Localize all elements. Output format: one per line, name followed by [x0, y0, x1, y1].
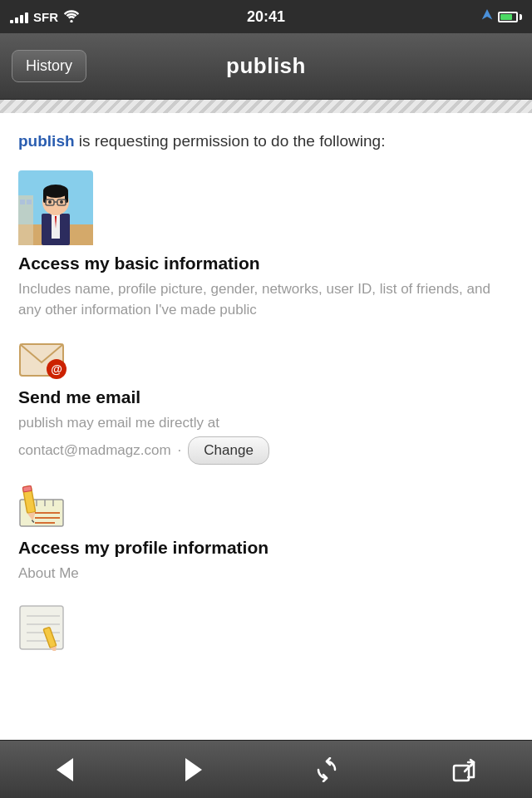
- intro-text: is requesting permission to do the follo…: [75, 132, 386, 150]
- permission-intro: publish is requesting permission to do t…: [18, 130, 514, 154]
- envelope-icon: @: [18, 341, 68, 381]
- permission-extra: [18, 604, 514, 651]
- svg-point-0: [70, 20, 72, 22]
- permission-send-email: @ Send me email publish may email me dir…: [18, 341, 514, 466]
- svg-rect-29: [22, 485, 32, 492]
- refresh-icon: [314, 757, 339, 782]
- email-row: contact@madmagz.com · Change: [18, 436, 514, 465]
- back-icon: [57, 758, 73, 781]
- send-email-desc: publish may email me directly at: [18, 412, 514, 434]
- signal-bar-1: [10, 20, 13, 23]
- forward-button[interactable]: [169, 750, 219, 790]
- svg-point-14: [60, 200, 63, 204]
- status-right: [481, 9, 522, 25]
- svg-point-13: [48, 200, 52, 204]
- app-name: publish: [18, 132, 75, 150]
- svg-rect-33: [20, 606, 63, 649]
- basic-info-title: Access my basic information: [18, 254, 514, 273]
- forward-icon: [185, 758, 202, 781]
- svg-text:@: @: [51, 362, 62, 376]
- share-button[interactable]: [435, 749, 493, 791]
- nav-title: publish: [226, 53, 306, 79]
- signal-bar-3: [20, 15, 23, 23]
- email-address: contact@madmagz.com: [18, 442, 171, 459]
- back-button[interactable]: [40, 750, 90, 790]
- nav-bar: History publish: [0, 33, 532, 100]
- share-icon: [451, 757, 476, 782]
- stripe-separator: [0, 100, 532, 113]
- signal-bars: [10, 10, 28, 23]
- status-time: 20:41: [247, 8, 285, 26]
- status-bar: SFR 20:41: [0, 0, 532, 33]
- svg-point-7: [43, 185, 68, 198]
- location-icon: [481, 9, 493, 25]
- profile-info-title: Access my profile information: [18, 538, 514, 558]
- svg-rect-17: [27, 200, 32, 204]
- basic-info-desc: Includes name, profile picture, gender, …: [18, 278, 514, 321]
- permission-basic-info: Access my basic information Includes nam…: [18, 170, 514, 321]
- list-edit-icon: [18, 604, 68, 651]
- pencil-ruler-icon: [18, 485, 68, 531]
- content-area: publish is requesting permission to do t…: [0, 113, 532, 740]
- email-dot: ·: [178, 442, 182, 459]
- avatar-icon: [18, 170, 93, 245]
- bottom-toolbar: [0, 740, 532, 798]
- change-email-button[interactable]: Change: [188, 436, 269, 465]
- permission-profile-info: Access my profile information About Me: [18, 485, 514, 584]
- profile-info-desc: About Me: [18, 563, 514, 584]
- battery-indicator: [498, 12, 522, 22]
- wifi-icon: [63, 9, 80, 25]
- status-left: SFR: [10, 9, 80, 25]
- signal-bar-2: [15, 17, 18, 23]
- refresh-button[interactable]: [298, 749, 356, 791]
- svg-rect-16: [20, 200, 25, 204]
- signal-bar-4: [25, 12, 28, 23]
- history-button[interactable]: History: [12, 50, 86, 82]
- svg-rect-40: [454, 766, 469, 781]
- carrier-name: SFR: [33, 10, 58, 24]
- send-email-title: Send me email: [18, 387, 514, 407]
